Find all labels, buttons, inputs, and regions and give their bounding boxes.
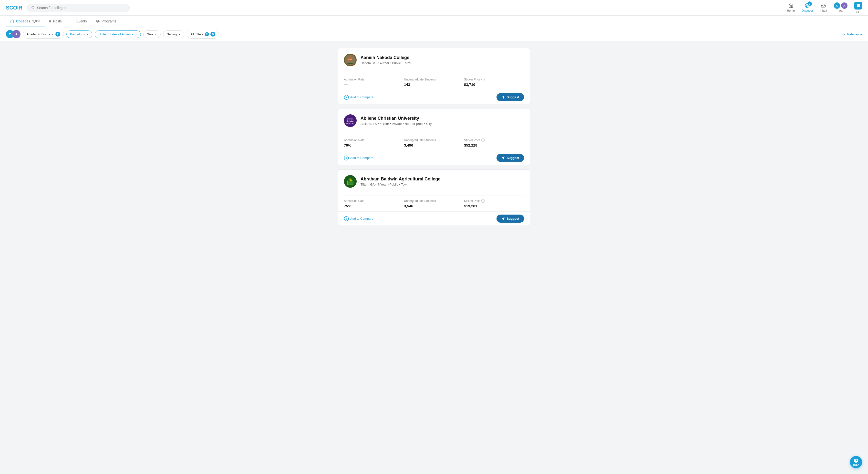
card-main-abac: ABAC Abraham Baldwin Agricultural Colleg…: [338, 170, 530, 196]
college-card-acu: Abilene Christian University Abilene Chr…: [338, 109, 530, 165]
me-avatars: C A: [834, 2, 847, 9]
price-label-aaniiih: Sticker Price i: [464, 78, 524, 81]
tab-events[interactable]: Events: [66, 15, 91, 27]
stat-admission-acu: Admission Rate 70%: [344, 138, 404, 147]
sort-icon: [842, 32, 846, 36]
card-main-acu: Abilene Christian University Abilene Chr…: [338, 109, 530, 135]
tour-badge-2: 2: [55, 32, 60, 37]
sp-icon: [854, 2, 862, 9]
nav-home-label: Home: [787, 9, 795, 12]
price-value-acu: $52,228: [464, 143, 524, 147]
setting-label: Setting: [167, 32, 177, 36]
all-filters-label: All Filters: [190, 32, 203, 36]
college-name-acu: Abilene Christian University: [361, 116, 432, 121]
nav-discover-label: Discover: [802, 9, 813, 12]
undergrad-label-acu: Undergraduate Students: [404, 138, 464, 142]
colleges-icon: [10, 19, 14, 23]
size-filter[interactable]: Size ▼: [143, 31, 161, 38]
add-compare-aaniiih[interactable]: + Add to Compare: [344, 95, 373, 100]
academic-focus-label: Academic Focus: [27, 32, 50, 36]
suggest-btn-aaniiih[interactable]: Suggest: [496, 93, 524, 101]
college-logo-acu: Abilene Christian University: [344, 114, 356, 127]
search-input[interactable]: [37, 6, 125, 10]
nav-me-label: Me: [839, 9, 843, 13]
search-bar[interactable]: [27, 4, 130, 12]
setting-chevron: ▼: [178, 33, 181, 36]
stat-undergrad-acu: Undergraduate Students 3,496: [404, 138, 464, 147]
college-meta-abac: Tifton, GA • 4-Year • Public • Town: [361, 182, 440, 186]
college-card-abac: ABAC Abraham Baldwin Agricultural Colleg…: [338, 169, 530, 226]
tab-colleges-count: 1,988: [32, 19, 40, 23]
main-content: ANC Aaniiih Nakoda College Harlem, MT • …: [334, 41, 534, 233]
college-info-abac: Abraham Baldwin Agricultural College Tif…: [361, 176, 440, 186]
svg-text:University: University: [346, 123, 354, 124]
all-filters-button[interactable]: All Filters 2 3: [187, 30, 219, 38]
setting-filter[interactable]: Setting ▼: [163, 31, 184, 38]
suggest-label-abac: Suggest: [507, 217, 519, 221]
college-name-abac: Abraham Baldwin Agricultural College: [361, 176, 440, 182]
college-meta-acu: Abilene, TX • 4-Year • Private • Not For…: [361, 122, 432, 126]
suggest-icon-acu: [501, 156, 505, 160]
header-nav: Home 1 Discover Inbox: [787, 2, 862, 14]
college-info-acu: Abilene Christian University Abilene, TX…: [361, 116, 432, 126]
country-chevron: ▼: [135, 33, 137, 36]
sort-label: Relevance: [847, 32, 862, 36]
college-info-aaniiih: Aaniiih Nakoda College Harlem, MT • 4-Ye…: [361, 55, 411, 65]
undergrad-value-acu: 3,496: [404, 143, 464, 147]
college-meta-aaniiih: Harlem, MT • 4-Year • Public • Rural: [361, 61, 411, 65]
tour-badge-3: 3: [210, 32, 215, 37]
degree-filter[interactable]: Bachelor's ▼: [66, 31, 92, 38]
academic-focus-filter[interactable]: Academic Focus ▼ 2: [23, 30, 64, 38]
card-footer-abac: + Add to Compare Suggest: [338, 211, 530, 226]
suggest-label-aaniiih: Suggest: [507, 95, 519, 99]
tab-colleges-label: Colleges: [16, 19, 30, 23]
add-compare-label-acu: Add to Compare: [350, 156, 373, 160]
tab-programs[interactable]: Programs: [91, 15, 121, 27]
svg-text:ANC: ANC: [348, 59, 352, 61]
tab-posts[interactable]: # Posts: [45, 15, 66, 27]
price-value-abac: $19,281: [464, 204, 524, 208]
degree-chevron: ▼: [86, 33, 89, 36]
nav-sp[interactable]: SP: [854, 2, 862, 14]
price-info-icon-abac[interactable]: i: [482, 199, 485, 203]
sort-relevance[interactable]: Relevance: [842, 32, 862, 36]
tab-colleges[interactable]: Colleges 1,988: [6, 15, 45, 27]
tab-events-label: Events: [76, 19, 87, 23]
discover-badge-wrap: 1: [805, 3, 810, 8]
suggest-btn-acu[interactable]: Suggest: [496, 154, 524, 162]
user-avatar-a: A: [12, 30, 21, 38]
nav-sp-label: SP: [856, 10, 860, 14]
user-avatar-pair: C A: [6, 30, 21, 38]
card-stats-abac: Admission Rate 75% Undergraduate Student…: [338, 196, 530, 211]
nav-me[interactable]: C A Me: [834, 2, 847, 13]
college-header-aaniiih: ANC Aaniiih Nakoda College Harlem, MT • …: [344, 54, 524, 66]
stat-undergrad-abac: Undergraduate Students 3,546: [404, 199, 464, 208]
nav-inbox-label: Inbox: [820, 9, 827, 12]
admission-label-acu: Admission Rate: [344, 138, 404, 142]
nav-discover[interactable]: 1 Discover: [802, 3, 813, 12]
events-icon: [70, 19, 74, 23]
admission-label-abac: Admission Rate: [344, 199, 404, 203]
suggest-btn-abac[interactable]: Suggest: [496, 214, 524, 223]
country-filter[interactable]: United States of America ▼: [95, 31, 141, 38]
stat-price-abac: Sticker Price i $19,281: [464, 199, 524, 208]
nav-inbox[interactable]: Inbox: [820, 3, 827, 12]
avatar-c: C: [834, 2, 840, 9]
price-label-abac: Sticker Price i: [464, 199, 524, 203]
card-footer-acu: + Add to Compare Suggest: [338, 151, 530, 165]
nav-home[interactable]: Home: [787, 3, 795, 12]
add-compare-acu[interactable]: + Add to Compare: [344, 156, 373, 161]
degree-label: Bachelor's: [70, 32, 85, 36]
admission-value-abac: 75%: [344, 204, 404, 208]
avatar-a: A: [841, 2, 847, 9]
app-logo[interactable]: SCOIR: [6, 5, 22, 11]
card-main-aaniiih: ANC Aaniiih Nakoda College Harlem, MT • …: [338, 48, 530, 74]
stat-undergrad-aaniiih: Undergraduate Students 143: [404, 78, 464, 87]
card-footer-aaniiih: + Add to Compare Suggest: [338, 90, 530, 104]
main-header: SCOIR Home 1: [0, 0, 868, 15]
inbox-icon: [820, 3, 826, 8]
price-info-icon-aaniiih[interactable]: i: [482, 78, 485, 81]
college-header-acu: Abilene Christian University Abilene Chr…: [344, 114, 524, 127]
price-info-icon-acu[interactable]: i: [482, 138, 485, 142]
add-compare-abac[interactable]: + Add to Compare: [344, 216, 373, 221]
